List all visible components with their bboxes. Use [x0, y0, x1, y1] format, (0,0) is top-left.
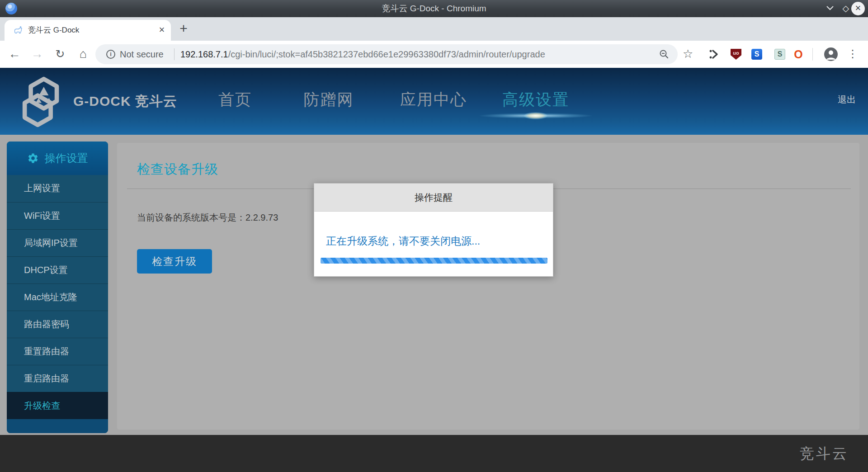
ublock-origin-icon[interactable]: uo [731, 49, 741, 60]
url-path: /cgi-bin/luci/;stok=af45b3821237ebd66e1e… [228, 49, 545, 59]
gdock-logo-icon [16, 76, 68, 127]
upgrade-progress-bar [321, 258, 547, 264]
sidebar-item-mac-clone[interactable]: Mac地址克隆 [7, 283, 108, 311]
security-status: Not secure [120, 44, 164, 64]
nav-item-anti-leech[interactable]: 防蹭网 [304, 89, 354, 110]
footer-brand: 竞斗云 [800, 435, 849, 472]
sidebar-footer-strip [7, 419, 108, 433]
sidebar-item-wan[interactable]: 上网设置 [7, 175, 108, 202]
gear-icon [27, 152, 39, 164]
site-footer: 竞斗云 [0, 435, 868, 472]
new-tab-button[interactable]: + [176, 19, 191, 39]
blue-s-extension-icon[interactable]: S [751, 49, 762, 60]
home-icon[interactable]: ⌂ [74, 41, 92, 68]
modal-title: 操作提醒 [314, 184, 553, 212]
logout-link[interactable]: 退出 [838, 94, 856, 106]
page-viewport: G-DOCK 竞斗云 首页 防蹭网 应用中心 高级设置 退出 操作设置 上网设 [0, 68, 868, 472]
browser-menu-icon[interactable]: ⋮ [846, 41, 859, 68]
sidebar-item-router-password[interactable]: 路由器密码 [7, 311, 108, 338]
sidebar-item-dhcp[interactable]: DHCP设置 [7, 256, 108, 283]
nav-item-app-center[interactable]: 应用中心 [400, 89, 467, 110]
sidebar-item-wifi[interactable]: WiFi设置 [7, 202, 108, 229]
info-icon[interactable]: i [106, 50, 115, 59]
office-extension-icon[interactable]: O [793, 49, 804, 60]
tab-strip: 竞斗云 G-Dock × + [0, 17, 868, 41]
site-logo-text: G-DOCK 竞斗云 [73, 68, 177, 135]
tab-close-icon[interactable]: × [156, 20, 168, 41]
content-area: 操作设置 上网设置 WiFi设置 局域网IP设置 DHCP设置 Mac地址克隆 … [0, 135, 868, 435]
toolbar-separator [812, 48, 813, 61]
dog-favicon-icon [13, 25, 23, 35]
sidebar-header: 操作设置 [7, 142, 108, 175]
proxy-extension-icon[interactable] [708, 49, 719, 60]
nav-item-advanced-settings[interactable]: 高级设置 [502, 89, 569, 110]
sidebar: 操作设置 上网设置 WiFi设置 局域网IP设置 DHCP设置 Mac地址克隆 … [7, 142, 108, 433]
url-host: 192.168.7.1 [180, 49, 228, 59]
maximize-button[interactable]: ◇ [842, 0, 849, 17]
operation-alert-modal: 操作提醒 正在升级系统，请不要关闭电源... [314, 183, 553, 277]
sidebar-item-lan-ip[interactable]: 局域网IP设置 [7, 229, 108, 256]
close-window-button[interactable]: × [851, 2, 865, 15]
firmware-version-text: 当前设备的系统版本号是：2.2.9.73 [137, 212, 278, 224]
sidebar-item-reset-router[interactable]: 重置路由器 [7, 338, 108, 365]
titlebar: 竞斗云 G-Dock - Chromium ◇ × [0, 0, 868, 17]
minimize-button[interactable] [826, 5, 835, 13]
browser-window: 竞斗云 G-Dock - Chromium ◇ × 竞斗云 G-Dock × +… [0, 0, 868, 472]
url-text[interactable]: 192.168.7.1/cgi-bin/luci/;stok=af45b3821… [180, 44, 545, 64]
sidebar-header-label: 操作设置 [45, 151, 88, 165]
address-bar[interactable]: i Not secure 192.168.7.1/cgi-bin/luci/;s… [95, 44, 678, 64]
nav-item-home[interactable]: 首页 [218, 89, 252, 110]
url-divider [174, 48, 175, 60]
window-title: 竞斗云 G-Dock - Chromium [0, 0, 868, 17]
upgrade-progress-fill [321, 258, 547, 264]
reload-icon[interactable]: ↻ [51, 41, 69, 68]
site-header: G-DOCK 竞斗云 首页 防蹭网 应用中心 高级设置 退出 [0, 68, 868, 135]
bookmark-star-icon[interactable]: ☆ [683, 41, 693, 68]
forward-icon[interactable]: → [28, 41, 46, 68]
back-icon[interactable]: ← [5, 41, 24, 68]
sidebar-item-reboot-router[interactable]: 重启路由器 [7, 365, 108, 392]
page-title: 检查设备升级 [137, 160, 218, 179]
tab-title: 竞斗云 G-Dock [28, 20, 79, 41]
sidebar-item-upgrade-check[interactable]: 升级检查 [7, 392, 108, 419]
browser-tab[interactable]: 竞斗云 G-Dock × [5, 20, 171, 41]
zoom-out-icon[interactable] [659, 49, 670, 60]
profile-avatar[interactable] [824, 47, 838, 61]
singlefile-extension-icon[interactable]: S [774, 49, 785, 60]
browser-toolbar: ← → ↻ ⌂ i Not secure 192.168.7.1/cgi-bin… [0, 41, 868, 68]
check-upgrade-button[interactable]: 检查升级 [137, 249, 212, 274]
upgrade-status-message: 正在升级系统，请不要关闭电源... [326, 234, 480, 248]
